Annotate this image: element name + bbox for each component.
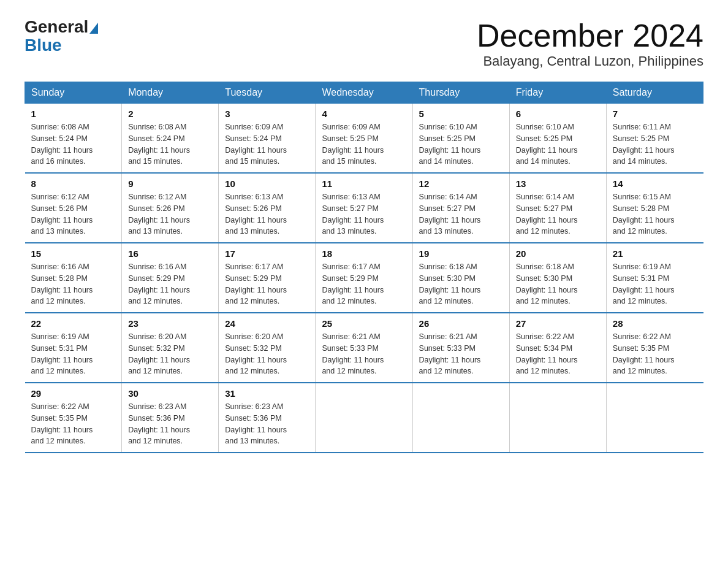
day-number: 7 (613, 109, 697, 119)
day-number: 9 (128, 178, 212, 189)
day-number: 10 (225, 178, 309, 189)
logo-general-text: General (25, 18, 88, 36)
day-info: Sunrise: 6:19 AMSunset: 5:31 PMDaylight:… (613, 261, 697, 307)
page-header: General Blue December 2024 Balayang, Cen… (25, 18, 703, 69)
day-number: 11 (322, 178, 406, 189)
day-info: Sunrise: 6:17 AMSunset: 5:29 PMDaylight:… (225, 261, 309, 307)
calendar-day-cell: 17Sunrise: 6:17 AMSunset: 5:29 PMDayligh… (219, 243, 316, 313)
calendar-day-cell: 18Sunrise: 6:17 AMSunset: 5:29 PMDayligh… (316, 243, 412, 313)
logo-triangle-icon (89, 23, 98, 34)
calendar-day-cell: 22Sunrise: 6:19 AMSunset: 5:31 PMDayligh… (25, 313, 122, 383)
calendar-day-cell: 29Sunrise: 6:22 AMSunset: 5:35 PMDayligh… (25, 383, 122, 453)
calendar-day-cell: 2Sunrise: 6:08 AMSunset: 5:24 PMDaylight… (122, 104, 219, 174)
calendar-day-cell: 10Sunrise: 6:13 AMSunset: 5:26 PMDayligh… (219, 173, 316, 243)
calendar-day-cell: 24Sunrise: 6:20 AMSunset: 5:32 PMDayligh… (219, 313, 316, 383)
day-info: Sunrise: 6:13 AMSunset: 5:27 PMDaylight:… (322, 191, 406, 237)
day-number: 20 (516, 248, 600, 259)
calendar-day-cell: 4Sunrise: 6:09 AMSunset: 5:25 PMDaylight… (316, 104, 412, 174)
day-info: Sunrise: 6:19 AMSunset: 5:31 PMDaylight:… (31, 331, 116, 377)
day-number: 6 (516, 109, 600, 119)
day-info: Sunrise: 6:23 AMSunset: 5:36 PMDaylight:… (225, 401, 309, 447)
day-info: Sunrise: 6:22 AMSunset: 5:34 PMDaylight:… (516, 331, 600, 377)
day-info: Sunrise: 6:09 AMSunset: 5:24 PMDaylight:… (225, 121, 309, 167)
day-number: 13 (516, 178, 600, 189)
day-info: Sunrise: 6:22 AMSunset: 5:35 PMDaylight:… (613, 331, 697, 377)
day-number: 19 (419, 248, 503, 259)
weekday-header-sunday: Sunday (25, 82, 122, 104)
logo: General Blue (25, 18, 99, 55)
calendar-day-cell (606, 383, 703, 453)
weekday-header-tuesday: Tuesday (219, 82, 316, 104)
calendar-day-cell: 9Sunrise: 6:12 AMSunset: 5:26 PMDaylight… (122, 173, 219, 243)
calendar-week-row: 1Sunrise: 6:08 AMSunset: 5:24 PMDaylight… (25, 104, 703, 174)
calendar-day-cell: 8Sunrise: 6:12 AMSunset: 5:26 PMDaylight… (25, 173, 122, 243)
calendar-day-cell: 20Sunrise: 6:18 AMSunset: 5:30 PMDayligh… (509, 243, 606, 313)
calendar-day-cell: 27Sunrise: 6:22 AMSunset: 5:34 PMDayligh… (509, 313, 606, 383)
calendar-day-cell: 14Sunrise: 6:15 AMSunset: 5:28 PMDayligh… (606, 173, 703, 243)
day-number: 14 (613, 178, 697, 189)
day-info: Sunrise: 6:18 AMSunset: 5:30 PMDaylight:… (419, 261, 503, 307)
day-number: 24 (225, 318, 309, 329)
calendar-day-cell: 5Sunrise: 6:10 AMSunset: 5:25 PMDaylight… (412, 104, 509, 174)
location-subtitle: Balayang, Central Luzon, Philippines (477, 53, 703, 69)
calendar-week-row: 22Sunrise: 6:19 AMSunset: 5:31 PMDayligh… (25, 313, 703, 383)
day-number: 12 (419, 178, 503, 189)
calendar-day-cell (412, 383, 509, 453)
day-info: Sunrise: 6:22 AMSunset: 5:35 PMDaylight:… (31, 401, 116, 447)
calendar-day-cell (316, 383, 412, 453)
calendar-day-cell: 23Sunrise: 6:20 AMSunset: 5:32 PMDayligh… (122, 313, 219, 383)
calendar-day-cell: 3Sunrise: 6:09 AMSunset: 5:24 PMDaylight… (219, 104, 316, 174)
day-number: 2 (128, 109, 212, 119)
weekday-header-saturday: Saturday (606, 82, 703, 104)
day-number: 26 (419, 318, 503, 329)
day-number: 1 (31, 109, 116, 119)
day-number: 31 (225, 388, 309, 399)
day-info: Sunrise: 6:15 AMSunset: 5:28 PMDaylight:… (613, 191, 697, 237)
day-number: 30 (128, 388, 212, 399)
calendar-week-row: 8Sunrise: 6:12 AMSunset: 5:26 PMDaylight… (25, 173, 703, 243)
calendar-day-cell: 28Sunrise: 6:22 AMSunset: 5:35 PMDayligh… (606, 313, 703, 383)
calendar-day-cell: 7Sunrise: 6:11 AMSunset: 5:25 PMDaylight… (606, 104, 703, 174)
day-info: Sunrise: 6:11 AMSunset: 5:25 PMDaylight:… (613, 121, 697, 167)
day-info: Sunrise: 6:20 AMSunset: 5:32 PMDaylight:… (128, 331, 212, 377)
calendar-day-cell: 15Sunrise: 6:16 AMSunset: 5:28 PMDayligh… (25, 243, 122, 313)
day-number: 16 (128, 248, 212, 259)
calendar-day-cell: 13Sunrise: 6:14 AMSunset: 5:27 PMDayligh… (509, 173, 606, 243)
day-number: 22 (31, 318, 116, 329)
day-info: Sunrise: 6:14 AMSunset: 5:27 PMDaylight:… (419, 191, 503, 237)
weekday-header-row: SundayMondayTuesdayWednesdayThursdayFrid… (25, 82, 703, 104)
logo-blue-text: Blue (25, 36, 62, 55)
calendar-week-row: 15Sunrise: 6:16 AMSunset: 5:28 PMDayligh… (25, 243, 703, 313)
day-info: Sunrise: 6:21 AMSunset: 5:33 PMDaylight:… (419, 331, 503, 377)
weekday-header-wednesday: Wednesday (316, 82, 412, 104)
day-info: Sunrise: 6:12 AMSunset: 5:26 PMDaylight:… (31, 191, 116, 237)
day-number: 4 (322, 109, 406, 119)
day-info: Sunrise: 6:14 AMSunset: 5:27 PMDaylight:… (516, 191, 600, 237)
title-section: December 2024 Balayang, Central Luzon, P… (477, 18, 703, 69)
weekday-header-friday: Friday (509, 82, 606, 104)
day-number: 29 (31, 388, 116, 399)
day-number: 27 (516, 318, 600, 329)
calendar-day-cell: 31Sunrise: 6:23 AMSunset: 5:36 PMDayligh… (219, 383, 316, 453)
day-number: 18 (322, 248, 406, 259)
calendar-day-cell: 21Sunrise: 6:19 AMSunset: 5:31 PMDayligh… (606, 243, 703, 313)
calendar-day-cell: 6Sunrise: 6:10 AMSunset: 5:25 PMDaylight… (509, 104, 606, 174)
month-title: December 2024 (477, 18, 703, 53)
calendar-day-cell: 16Sunrise: 6:16 AMSunset: 5:29 PMDayligh… (122, 243, 219, 313)
day-number: 8 (31, 178, 116, 189)
day-info: Sunrise: 6:21 AMSunset: 5:33 PMDaylight:… (322, 331, 406, 377)
calendar-week-row: 29Sunrise: 6:22 AMSunset: 5:35 PMDayligh… (25, 383, 703, 453)
day-info: Sunrise: 6:12 AMSunset: 5:26 PMDaylight:… (128, 191, 212, 237)
day-info: Sunrise: 6:08 AMSunset: 5:24 PMDaylight:… (128, 121, 212, 167)
day-number: 23 (128, 318, 212, 329)
day-info: Sunrise: 6:13 AMSunset: 5:26 PMDaylight:… (225, 191, 309, 237)
day-info: Sunrise: 6:08 AMSunset: 5:24 PMDaylight:… (31, 121, 116, 167)
day-info: Sunrise: 6:10 AMSunset: 5:25 PMDaylight:… (516, 121, 600, 167)
calendar-day-cell: 1Sunrise: 6:08 AMSunset: 5:24 PMDaylight… (25, 104, 122, 174)
day-info: Sunrise: 6:16 AMSunset: 5:29 PMDaylight:… (128, 261, 212, 307)
calendar-day-cell: 30Sunrise: 6:23 AMSunset: 5:36 PMDayligh… (122, 383, 219, 453)
day-number: 28 (613, 318, 697, 329)
day-info: Sunrise: 6:10 AMSunset: 5:25 PMDaylight:… (419, 121, 503, 167)
day-number: 25 (322, 318, 406, 329)
day-number: 3 (225, 109, 309, 119)
